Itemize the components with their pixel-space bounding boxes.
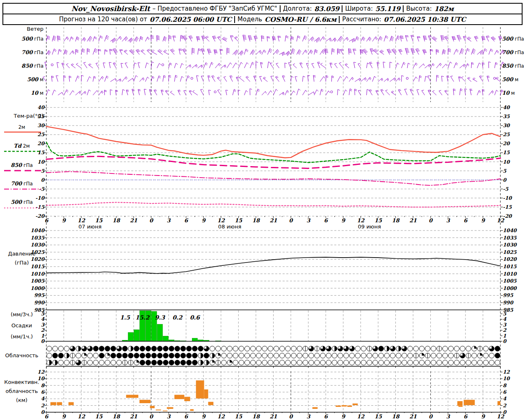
- svg-text:21: 21: [130, 217, 137, 224]
- legend-t2m: 2м: [0, 124, 43, 130]
- svg-text:6: 6: [324, 413, 329, 420]
- altitude-label: Высота:: [406, 5, 432, 12]
- wind-level-10m-right: 10 м: [502, 90, 525, 96]
- forecast-label: Прогноз на 120 часа(ов) от: [59, 16, 147, 23]
- svg-text:10: 10: [503, 159, 510, 165]
- svg-text:-15: -15: [35, 204, 44, 210]
- svg-text:21: 21: [409, 217, 417, 224]
- svg-text:0: 0: [149, 217, 154, 224]
- svg-text:9: 9: [341, 413, 346, 420]
- svg-text:990: 990: [503, 300, 514, 306]
- precip-1h-label: (мм/1ч.): [0, 334, 43, 340]
- svg-text:5: 5: [503, 168, 507, 174]
- longitude-label: Долгота:: [283, 5, 312, 12]
- separator: [403, 5, 404, 12]
- svg-text:21: 21: [409, 413, 417, 420]
- svg-text:5: 5: [41, 168, 45, 174]
- svg-text:9: 9: [341, 217, 346, 224]
- svg-text:-20: -20: [35, 213, 45, 219]
- legend-td2m: Td 2м: [0, 143, 43, 149]
- svg-text:6: 6: [324, 217, 329, 224]
- svg-text:1010: 1010: [503, 271, 517, 277]
- cloudiness-panel-label: Облачность: [0, 353, 43, 358]
- svg-text:40: 40: [37, 105, 45, 110]
- legend-t700: 700 гПа: [0, 181, 43, 187]
- svg-text:995: 995: [503, 292, 514, 298]
- svg-text:21: 21: [269, 413, 277, 420]
- wind-level-500m-right: 500 м: [502, 77, 525, 82]
- svg-text:09 июня: 09 июня: [358, 224, 381, 230]
- svg-text:15: 15: [95, 413, 103, 420]
- calculated-label: Рассчитано:: [342, 16, 381, 23]
- temperature-panel-label: Тем-ра(°C): [1, 113, 43, 119]
- convective-label-2: облачность: [0, 388, 43, 394]
- svg-text:15: 15: [374, 217, 382, 224]
- svg-text:6: 6: [184, 413, 189, 420]
- svg-text:6: 6: [503, 389, 507, 395]
- svg-text:1015: 1015: [503, 264, 517, 269]
- legend-t850: 850 гПа: [0, 162, 43, 168]
- svg-text:40: 40: [503, 105, 510, 110]
- svg-text:9: 9: [202, 217, 206, 224]
- svg-text:5: 5: [503, 311, 507, 317]
- svg-text:12: 12: [357, 413, 365, 420]
- svg-text:3: 3: [446, 413, 450, 420]
- wind-panel-label: Ветер: [1, 26, 43, 32]
- svg-text:15.2: 15.2: [135, 314, 150, 321]
- convective-label-1: Конвективн.: [0, 379, 43, 385]
- svg-text:6: 6: [463, 413, 468, 420]
- svg-text:1035: 1035: [503, 235, 517, 241]
- svg-text:9.3: 9.3: [155, 314, 166, 321]
- svg-text:3: 3: [306, 413, 310, 420]
- precip-panel-label: Осадки: [0, 323, 43, 329]
- svg-text:12: 12: [497, 217, 504, 224]
- provider-text: – Предоставлено ФГБУ "ЗапСиб УГМС": [153, 5, 277, 12]
- svg-text:25: 25: [503, 132, 510, 137]
- svg-text:1010: 1010: [31, 271, 45, 277]
- svg-text:15: 15: [37, 150, 44, 155]
- svg-text:12: 12: [78, 217, 85, 224]
- svg-text:6: 6: [44, 217, 49, 224]
- svg-text:3: 3: [503, 322, 507, 328]
- separator: [342, 5, 342, 12]
- svg-text:1005: 1005: [31, 278, 45, 284]
- svg-text:12: 12: [37, 369, 45, 375]
- header-row-2: Прогноз на 120 часа(ов) от 07.06.2025 06…: [3, 14, 522, 24]
- svg-text:1040: 1040: [31, 228, 45, 233]
- svg-text:6: 6: [463, 217, 468, 224]
- svg-text:6: 6: [184, 217, 189, 224]
- wind-level-700hpa-left: 700 гПа: [1, 50, 43, 55]
- svg-text:-5: -5: [503, 186, 509, 192]
- svg-text:1030: 1030: [503, 242, 517, 248]
- convective-label-3: (км): [0, 397, 43, 403]
- latitude-value: 55.119: [375, 5, 400, 13]
- svg-text:995: 995: [34, 292, 45, 298]
- svg-text:12: 12: [217, 413, 225, 420]
- svg-text:990: 990: [34, 300, 45, 306]
- svg-text:18: 18: [252, 217, 260, 224]
- svg-text:12: 12: [357, 217, 365, 224]
- wind-level-500m-left: 500 м: [1, 77, 43, 82]
- svg-text:6: 6: [44, 413, 49, 420]
- svg-text:0: 0: [429, 217, 433, 224]
- model-name: COSMO-RU: [265, 16, 307, 23]
- svg-text:18: 18: [112, 217, 121, 224]
- wind-level-850hpa-right: 850 гПа: [502, 63, 525, 69]
- longitude-value: 83.059: [314, 5, 339, 13]
- svg-text:15: 15: [95, 217, 103, 224]
- svg-text:15: 15: [235, 413, 242, 420]
- svg-text:0: 0: [289, 217, 294, 224]
- svg-text:08 июня: 08 июня: [218, 224, 241, 230]
- svg-text:2: 2: [503, 327, 507, 333]
- svg-text:9: 9: [202, 413, 206, 420]
- svg-text:1025: 1025: [503, 249, 517, 255]
- svg-text:-10: -10: [503, 195, 512, 201]
- svg-text:3: 3: [446, 217, 450, 224]
- svg-text:0: 0: [503, 338, 507, 344]
- svg-text:0.2: 0.2: [172, 314, 183, 321]
- svg-text:1035: 1035: [31, 235, 45, 241]
- pressure-unit-label: (гПа): [0, 260, 43, 266]
- svg-text:3: 3: [167, 217, 171, 224]
- svg-text:0.6: 0.6: [190, 314, 201, 321]
- svg-text:18: 18: [252, 413, 260, 420]
